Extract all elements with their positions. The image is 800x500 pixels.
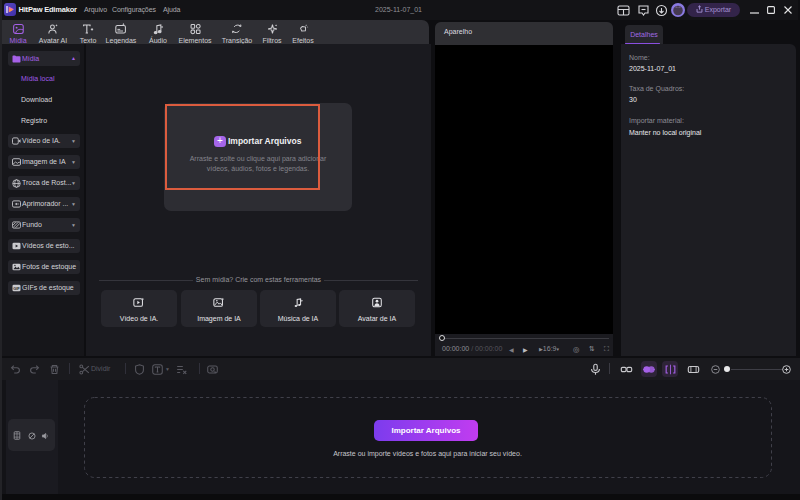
svg-text:GIF: GIF xyxy=(13,286,20,291)
